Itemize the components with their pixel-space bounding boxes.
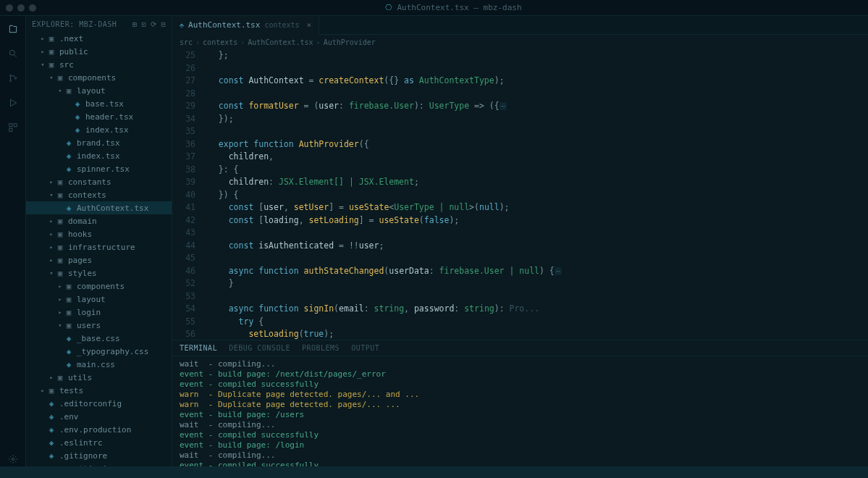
file-item[interactable]: ◈.eslintrc [26,436,172,449]
folder-item[interactable]: ▸▣utils [26,371,172,384]
debug-icon[interactable] [6,96,20,110]
svg-rect-5 [14,124,17,127]
collapse-icon[interactable]: ⊟ [161,20,166,28]
ts-icon: ⬘ [180,21,184,29]
folder-item[interactable]: ▾▣components [26,71,172,84]
folder-item[interactable]: ▸▣constants [26,175,172,188]
title-bar: ⎔ AuthContext.tsx — mbz-dash [0,0,868,16]
tab-detail: contexts [264,21,299,29]
panel-tab[interactable]: PROBLEMS [302,344,340,352]
breadcrumb-item[interactable]: src [180,38,193,46]
folder-item[interactable]: ▾▣contexts [26,188,172,201]
search-icon[interactable] [6,46,20,61]
panel-tab[interactable]: OUTPUT [351,344,379,352]
panel-tab[interactable]: DEBUG CONSOLE [229,344,290,352]
settings-gear-icon[interactable] [6,452,20,466]
file-item[interactable]: ◈header.tsx [26,110,172,123]
breadcrumbs[interactable]: src›contexts›AuthContext.tsx›AuthProvide… [172,35,868,49]
file-item[interactable]: ◈_typography.css [26,345,172,358]
folder-item[interactable]: ▾▣src [26,58,172,71]
file-item[interactable]: ◈index.tsx [26,149,172,162]
svg-rect-4 [9,124,12,127]
new-folder-icon[interactable]: ⊡ [141,20,146,28]
bottom-panel: TERMINALDEBUG CONSOLEPROBLEMSOUTPUT wait… [172,340,868,466]
file-item[interactable]: ◈.env.production [26,423,172,436]
folder-item[interactable]: ▾▣styles [26,267,172,280]
folder-item[interactable]: ▸▣infrastructure [26,240,172,253]
panel-tab[interactable]: TERMINAL [180,344,217,352]
file-item[interactable]: ◈.editorconfig [26,397,172,410]
folder-item[interactable]: ▸▣components [26,280,172,293]
close-icon[interactable]: × [307,20,312,30]
scm-icon[interactable] [6,71,20,85]
folder-item[interactable]: ▸▣public [26,45,172,58]
new-file-icon[interactable]: ⊞ [132,20,138,28]
svg-point-2 [9,80,11,81]
file-item[interactable]: ◈brand.tsx [26,136,172,149]
file-item[interactable]: ◈_base.css [26,332,172,345]
window-title: AuthContext.tsx — mbz-dash [397,3,521,12]
svg-point-1 [9,75,11,76]
status-bar [0,466,868,478]
folder-item[interactable]: ▾▣layout [26,84,172,97]
folder-item[interactable]: ▾▣users [26,319,172,332]
traffic-lights[interactable] [6,4,36,12]
svg-point-3 [14,77,16,79]
folder-item[interactable]: ▸▣domain [26,214,172,227]
folder-item[interactable]: ▸▣hooks [26,227,172,240]
panel-tabs: TERMINALDEBUG CONSOLEPROBLEMSOUTPUT [172,340,868,356]
breadcrumb-item[interactable]: AuthContext.tsx [248,38,313,46]
file-item[interactable]: ◈spinner.tsx [26,162,172,175]
svg-point-7 [12,458,14,461]
svg-point-0 [9,50,14,55]
explorer-icon[interactable] [6,22,20,36]
svg-rect-6 [9,128,12,131]
file-item[interactable]: ◈base.tsx [26,97,172,110]
breadcrumb-item[interactable]: contexts [203,38,237,46]
explorer-header: EXPLORER: MBZ-DASH [32,20,117,28]
code-editor[interactable]: 2526272829343536373839404142434445465253… [172,49,868,340]
file-item[interactable]: ◈.env [26,410,172,423]
folder-item[interactable]: ▸▣pages [26,253,172,267]
activity-bar [0,16,26,466]
tab-authcontext[interactable]: ⬘ AuthContext.tsx contexts × [172,16,319,35]
sidebar: EXPLORER: MBZ-DASH ⊞ ⊡ ⟳ ⊟ ▸▣.next▸▣publ… [26,16,172,466]
file-item[interactable]: ◈AuthContext.tsx [26,201,172,214]
refresh-icon[interactable]: ⟳ [151,20,157,28]
terminal-output[interactable]: wait - compiling...event - build page: /… [172,356,868,466]
folder-item[interactable]: ▸▣layout [26,293,172,306]
tab-label: AuthContext.tsx [188,20,260,30]
editor-tabs: ⬘ AuthContext.tsx contexts × [172,16,868,35]
file-item[interactable]: ◈index.tsx [26,123,172,136]
file-icon: ⎔ [385,3,392,12]
file-tree[interactable]: ▸▣.next▸▣public▾▣src▾▣components▾▣layout… [26,32,172,466]
extensions-icon[interactable] [6,120,20,135]
folder-item[interactable]: ▸▣.next [26,32,172,45]
file-item[interactable]: ◈main.css [26,358,172,371]
folder-item[interactable]: ▸▣login [26,306,172,319]
file-item[interactable]: ◈.gitignore [26,449,172,462]
folder-item[interactable]: ▸▣tests [26,384,172,397]
breadcrumb-item[interactable]: AuthProvider [324,38,376,46]
